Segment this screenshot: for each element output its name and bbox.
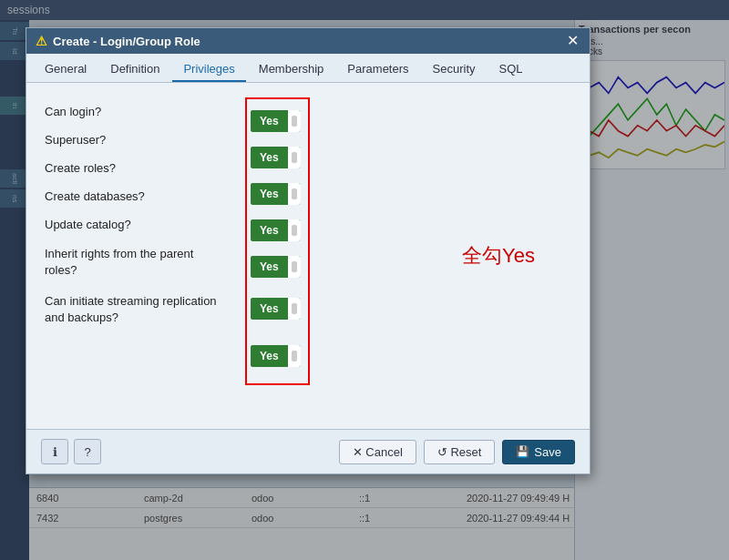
- priv-label-6: Inherit rights from the parent roles?: [45, 246, 227, 279]
- toggle-superuser[interactable]: Yes: [251, 147, 301, 168]
- toggles-box: Yes Yes Yes: [245, 97, 310, 385]
- toggle-indicator-6: [288, 298, 301, 320]
- toggle-streaming[interactable]: Yes: [251, 345, 301, 367]
- toggle-create-databases[interactable]: Yes: [251, 219, 301, 241]
- toggle-indicator-1: [288, 110, 301, 132]
- toggle-yes-label-6: Yes: [251, 298, 288, 320]
- warning-icon: ⚠: [36, 34, 47, 48]
- priv-label-2: Superuser?: [45, 133, 227, 147]
- toggle-indicator-7: [288, 345, 301, 367]
- priv-row-5: Update catalog?: [45, 210, 245, 239]
- tab-parameters[interactable]: Parameters: [336, 57, 419, 82]
- toggle-row-1: Yes: [251, 103, 301, 139]
- priv-label-7: Can initiate streaming replication and b…: [45, 293, 227, 326]
- priv-row-7: Can initiate streaming replication and b…: [45, 286, 245, 333]
- priv-row-3: Create roles?: [45, 154, 245, 182]
- priv-label-5: Update catalog?: [45, 218, 227, 231]
- toggle-inherit-rights[interactable]: Yes: [251, 298, 301, 320]
- toggle-yes-label-7: Yes: [251, 345, 288, 367]
- footer-left: ℹ ?: [41, 439, 101, 464]
- annotation-text: 全勾Yes: [462, 242, 535, 270]
- toggle-row-7: Yes: [251, 332, 301, 380]
- priv-row-4: Create databases?: [45, 182, 245, 210]
- toggle-yes-label-1: Yes: [251, 110, 288, 132]
- toggle-indicator-2: [288, 147, 301, 168]
- tab-sql[interactable]: SQL: [488, 57, 534, 82]
- toggle-indicator-4: [288, 219, 301, 241]
- close-button[interactable]: ✕: [565, 34, 580, 48]
- toggle-update-catalog[interactable]: Yes: [251, 256, 301, 278]
- toggle-can-login[interactable]: Yes: [251, 110, 301, 132]
- reset-button[interactable]: ↺ Reset: [424, 440, 496, 464]
- toggle-row-6: Yes: [251, 285, 301, 332]
- modal-footer: ℹ ? ✕ Cancel ↺ Reset 💾 Save: [26, 429, 590, 473]
- toggle-yes-label-5: Yes: [251, 256, 288, 278]
- priv-label-3: Create roles?: [45, 161, 227, 175]
- save-icon: 💾: [516, 445, 529, 458]
- toggle-indicator-5: [288, 256, 301, 278]
- toggle-indicator-3: [288, 183, 301, 205]
- modal-title: Create - Login/Group Role: [53, 35, 200, 48]
- tab-general[interactable]: General: [34, 57, 98, 82]
- tab-security[interactable]: Security: [422, 57, 487, 82]
- toggle-yes-label-2: Yes: [251, 147, 288, 168]
- tab-privileges[interactable]: Privileges: [172, 57, 245, 82]
- modal-content: Can login? Superuser? Create roles? Crea…: [26, 83, 590, 429]
- title-left: ⚠ Create - Login/Group Role: [36, 34, 200, 48]
- cancel-button[interactable]: ✕ Cancel: [339, 440, 416, 464]
- privileges-table: Can login? Superuser? Create roles? Crea…: [45, 97, 571, 385]
- tab-definition[interactable]: Definition: [99, 57, 170, 82]
- help-button[interactable]: ?: [74, 439, 101, 464]
- modal-dialog: ⚠ Create - Login/Group Role ✕ General De…: [26, 27, 590, 474]
- toggle-yes-label-3: Yes: [251, 183, 288, 205]
- priv-label-1: Can login?: [45, 105, 227, 118]
- labels-column: Can login? Superuser? Create roles? Crea…: [45, 97, 245, 333]
- priv-label-4: Create databases?: [45, 189, 227, 203]
- tab-membership[interactable]: Membership: [248, 57, 335, 82]
- toggle-create-roles[interactable]: Yes: [251, 183, 301, 205]
- info-button[interactable]: ℹ: [41, 439, 68, 464]
- toggle-row-2: Yes: [251, 139, 301, 176]
- priv-row-6: Inherit rights from the parent roles?: [45, 239, 245, 286]
- toggle-row-3: Yes: [251, 176, 301, 212]
- toggle-yes-label-4: Yes: [251, 219, 288, 241]
- save-button[interactable]: 💾 Save: [502, 440, 575, 464]
- save-label: Save: [534, 445, 561, 459]
- footer-right: ✕ Cancel ↺ Reset 💾 Save: [339, 440, 575, 464]
- tabs-bar: General Definition Privileges Membership…: [26, 54, 590, 83]
- toggle-row-4: Yes: [251, 212, 301, 249]
- privileges-layout: Can login? Superuser? Create roles? Crea…: [45, 97, 571, 385]
- toggle-row-5: Yes: [251, 249, 301, 285]
- modal-titlebar: ⚠ Create - Login/Group Role ✕: [26, 28, 590, 54]
- priv-row-2: Superuser?: [45, 126, 245, 154]
- priv-row-1: Can login?: [45, 97, 245, 126]
